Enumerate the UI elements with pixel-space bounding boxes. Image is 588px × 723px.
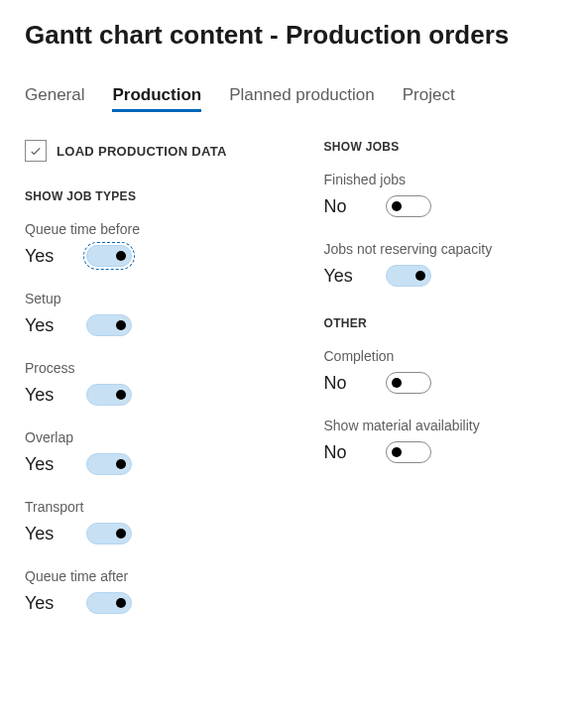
page-title: Gantt chart content - Production orders [25,20,563,51]
not-reserving-toggle[interactable] [386,265,431,287]
transport-toggle[interactable] [86,523,132,544]
tab-bar: General Production Planned production Pr… [25,85,563,112]
transport-label: Transport [25,499,265,515]
load-production-data-label: LOAD PRODUCTION DATA [57,144,227,159]
queue-before-toggle[interactable] [86,245,132,267]
queue-after-label: Queue time after [25,568,265,584]
finished-label: Finished jobs [324,172,564,187]
section-show-jobs: SHOW JOBS [324,140,564,154]
process-label: Process [25,360,265,376]
not-reserving-label: Jobs not reserving capacity [324,241,564,257]
section-show-job-types: SHOW JOB TYPES [25,189,265,203]
completion-label: Completion [324,348,564,364]
material-label: Show material availability [324,418,564,433]
queue-after-toggle[interactable] [86,592,132,614]
completion-toggle[interactable] [386,372,431,394]
queue-before-label: Queue time before [25,221,265,237]
process-toggle[interactable] [86,384,132,406]
overlap-toggle[interactable] [86,453,132,475]
overlap-label: Overlap [25,429,265,445]
queue-before-value: Yes [25,246,59,267]
finished-toggle[interactable] [386,195,431,217]
finished-value: No [324,196,358,217]
setup-toggle[interactable] [86,314,132,336]
tab-general[interactable]: General [25,85,84,112]
setup-value: Yes [25,315,59,336]
checkmark-icon [29,144,43,158]
setup-label: Setup [25,291,265,306]
section-other: OTHER [324,316,564,330]
material-toggle[interactable] [386,441,431,463]
queue-after-value: Yes [25,593,59,614]
not-reserving-value: Yes [324,266,358,287]
tab-project[interactable]: Project [403,85,455,112]
tab-planned-production[interactable]: Planned production [229,85,375,112]
load-production-data-checkbox[interactable] [25,140,47,162]
completion-value: No [324,373,358,394]
process-value: Yes [25,385,59,406]
tab-production[interactable]: Production [112,85,201,112]
transport-value: Yes [25,524,59,544]
overlap-value: Yes [25,454,59,475]
material-value: No [324,442,358,463]
